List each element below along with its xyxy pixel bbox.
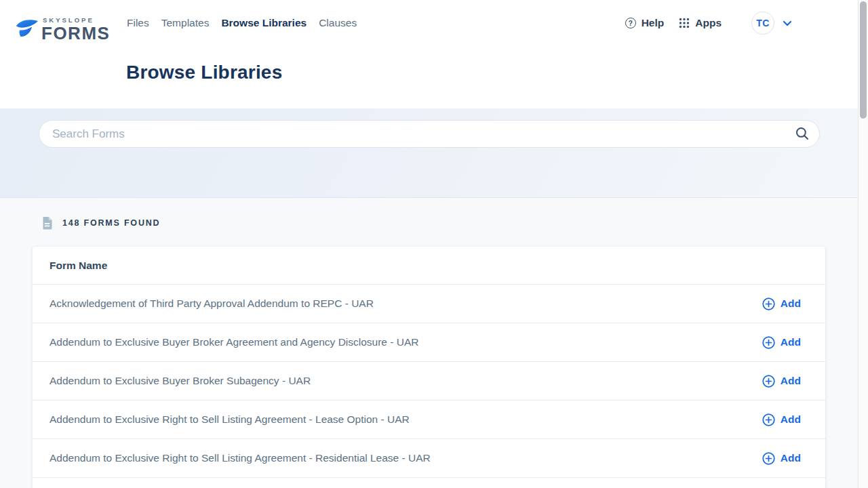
- apps-grid-icon: [679, 18, 690, 28]
- help-label: Help: [642, 17, 665, 29]
- logo-wordmark: SKYSLOPE FORMS: [41, 17, 110, 42]
- page-scrollbar-track[interactable]: [858, 0, 868, 488]
- form-name: Addendum to Exclusive Buyer Broker Subag…: [50, 375, 311, 387]
- plus-circle-icon: [762, 375, 775, 388]
- document-icon: [41, 216, 53, 230]
- primary-nav: Files Templates Browse Libraries Clauses: [127, 17, 357, 29]
- add-form-button[interactable]: Add: [762, 413, 801, 426]
- apps-label: Apps: [695, 17, 722, 29]
- form-row: Addendum to Exclusive Buyer Broker Agree…: [33, 323, 825, 362]
- form-name: Acknowledgement of Third Party Approval …: [50, 298, 374, 310]
- nav-item-templates[interactable]: Templates: [161, 17, 210, 29]
- results-count-label: 148 FORMS FOUND: [62, 218, 160, 228]
- add-button-label: Add: [781, 336, 801, 348]
- nav-item-browse-libraries[interactable]: Browse Libraries: [221, 17, 307, 29]
- skyslope-swoosh-icon: [15, 18, 39, 40]
- form-row: Addendum to Exclusive Right to Sell List…: [33, 401, 825, 439]
- help-button[interactable]: ? Help: [625, 17, 665, 29]
- search-icon[interactable]: [795, 127, 809, 140]
- form-row: Addendum to Exclusive Buyer Broker Subag…: [33, 362, 825, 401]
- add-form-button[interactable]: Add: [762, 452, 801, 465]
- page-title: Browse Libraries: [126, 62, 282, 83]
- skyslope-forms-logo[interactable]: SKYSLOPE FORMS: [15, 17, 110, 42]
- form-name: Addendum to Exclusive Right to Sell List…: [50, 413, 410, 426]
- form-row-partial: [33, 478, 825, 488]
- form-name: Addendum to Exclusive Buyer Broker Agree…: [50, 336, 418, 348]
- add-button-label: Add: [781, 375, 801, 387]
- form-name-column-header: Form Name: [50, 260, 107, 272]
- add-form-button[interactable]: Add: [762, 298, 801, 310]
- account-menu-toggle[interactable]: [783, 20, 792, 26]
- forms-table-header: Form Name: [33, 247, 825, 285]
- page-scrollbar-thumb[interactable]: [860, 1, 867, 119]
- search-input[interactable]: [39, 120, 820, 148]
- user-avatar[interactable]: TC: [751, 12, 774, 35]
- forms-list-card: Form Name Acknowledgement of Third Party…: [33, 247, 825, 488]
- add-button-label: Add: [781, 298, 801, 310]
- search-filter-section: Filter results by: All libraries: [0, 108, 858, 198]
- results-count-row: 148 FORMS FOUND: [41, 216, 160, 230]
- add-form-button[interactable]: Add: [762, 336, 801, 349]
- form-row: Addendum to Exclusive Right to Sell List…: [33, 439, 825, 478]
- apps-button[interactable]: Apps: [679, 17, 722, 29]
- plus-circle-icon: [762, 413, 775, 426]
- logo-forms-text: FORMS: [41, 24, 110, 42]
- add-button-label: Add: [781, 452, 801, 464]
- add-button-label: Add: [781, 413, 801, 426]
- nav-item-clauses[interactable]: Clauses: [319, 17, 357, 29]
- form-row: Acknowledgement of Third Party Approval …: [33, 285, 825, 323]
- plus-circle-icon: [762, 298, 775, 310]
- help-question-icon: ?: [625, 18, 636, 28]
- add-form-button[interactable]: Add: [762, 375, 801, 388]
- results-section: 148 FORMS FOUND Form Name Acknowledgemen…: [0, 199, 858, 488]
- plus-circle-icon: [762, 336, 775, 349]
- app-header: SKYSLOPE FORMS Files Templates Browse Li…: [0, 0, 858, 108]
- plus-circle-icon: [762, 452, 775, 465]
- nav-item-files[interactable]: Files: [127, 17, 149, 29]
- header-right-controls: ? Help Apps TC: [625, 12, 792, 35]
- skyslope-forms-app: SKYSLOPE FORMS Files Templates Browse Li…: [0, 0, 868, 488]
- chevron-down-icon: [783, 20, 792, 26]
- form-name: Addendum to Exclusive Right to Sell List…: [50, 452, 431, 464]
- search-form: [39, 120, 820, 148]
